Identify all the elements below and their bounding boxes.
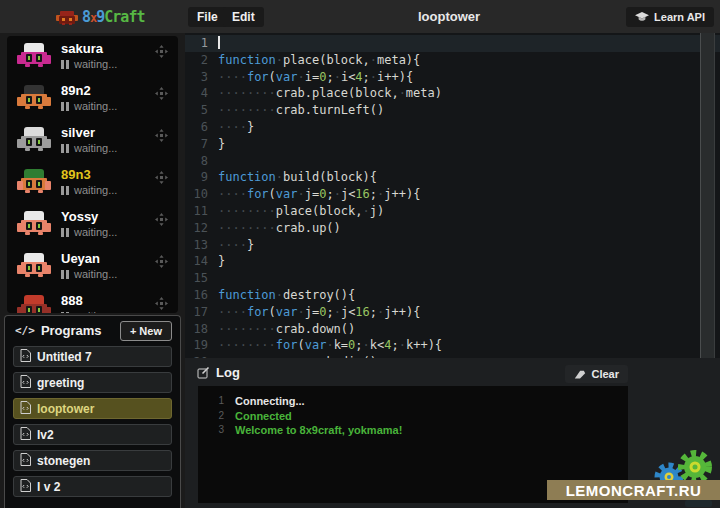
- code-line[interactable]: 13····}: [185, 237, 720, 254]
- document-icon-wrap: [20, 401, 31, 417]
- code-line[interactable]: 2function·place(block,·meta){: [185, 52, 720, 69]
- log-entry: 3Welcome to 8x9craft, yokmama!: [198, 423, 628, 438]
- code-line[interactable]: 14}: [185, 253, 720, 270]
- player-name: Yossy: [61, 209, 98, 224]
- program-label: greeting: [37, 376, 84, 390]
- player-move-handle[interactable]: [155, 296, 168, 313]
- player-move-handle[interactable]: [155, 212, 168, 230]
- code-text: ····}: [218, 238, 254, 252]
- player-name: silver: [61, 125, 95, 140]
- editor-scrollbar[interactable]: [700, 33, 715, 358]
- line-number: 13: [185, 237, 218, 254]
- code-text: function·build(block){: [218, 170, 377, 184]
- player-name: 89n3: [61, 167, 91, 182]
- top-bar: 8x9Craft File Edit looptower Learn API: [0, 0, 720, 33]
- player-row[interactable]: 89n2waiting...: [7, 78, 178, 120]
- line-number: 12: [185, 220, 218, 237]
- line-number: 6: [185, 119, 218, 136]
- file-menu-button[interactable]: File: [188, 7, 227, 27]
- log-line-number: 3: [198, 423, 224, 438]
- clear-log-button[interactable]: Clear: [565, 365, 628, 383]
- code-text: }: [218, 137, 225, 151]
- line-number: 19: [185, 337, 218, 354]
- log-line-number: 2: [198, 409, 224, 424]
- code-line[interactable]: 8: [185, 153, 720, 170]
- edit-menu-button[interactable]: Edit: [223, 7, 264, 27]
- learn-api-button[interactable]: Learn API: [626, 7, 714, 27]
- player-row[interactable]: 89n3waiting...: [7, 162, 178, 204]
- move-icon[interactable]: [155, 171, 168, 184]
- player-avatar: [17, 127, 51, 153]
- player-move-handle[interactable]: [155, 254, 168, 272]
- code-line[interactable]: 18········crab.down(): [185, 321, 720, 338]
- code-line[interactable]: 9function·build(block){: [185, 169, 720, 186]
- player-row[interactable]: 888waiting...: [7, 288, 178, 313]
- line-number: 15: [185, 270, 218, 287]
- move-icon[interactable]: [155, 297, 168, 310]
- player-row[interactable]: silverwaiting...: [7, 120, 178, 162]
- new-program-button[interactable]: + New: [120, 321, 172, 341]
- eraser-icon: [574, 370, 586, 379]
- code-editor[interactable]: 12function·place(block,·meta){3····for(v…: [185, 33, 720, 358]
- code-line[interactable]: 16function·destroy(){: [185, 287, 720, 304]
- code-text: ········for(var·k=0;·k<4;·k++){: [218, 338, 442, 352]
- move-icon[interactable]: [155, 255, 168, 268]
- program-item[interactable]: looptower: [13, 398, 172, 419]
- program-item[interactable]: stonegen: [13, 450, 172, 471]
- program-label: Untitled 7: [37, 350, 92, 364]
- code-text: ····for(var·j=0;·j<16;·j++){: [218, 187, 420, 201]
- player-status-label: waiting...: [74, 142, 117, 154]
- programs-header-label: Programs: [41, 323, 102, 338]
- code-line[interactable]: 5········crab.turnLeft(): [185, 102, 720, 119]
- move-icon[interactable]: [155, 45, 168, 58]
- code-line[interactable]: 4········crab.place(block,·meta): [185, 85, 720, 102]
- log-entry: 2Connected: [198, 409, 628, 424]
- code-line[interactable]: 7}: [185, 136, 720, 153]
- code-line[interactable]: 17····for(var·j=0;·j<16;·j++){: [185, 304, 720, 321]
- move-icon[interactable]: [155, 129, 168, 142]
- app-logo: 8x9Craft: [56, 8, 144, 26]
- player-move-handle[interactable]: [155, 128, 168, 146]
- player-status: waiting...: [61, 268, 117, 280]
- move-icon[interactable]: [155, 87, 168, 100]
- move-icon[interactable]: [155, 213, 168, 226]
- code-text: }: [218, 254, 225, 268]
- pause-icon: [61, 312, 69, 314]
- program-label: lv2: [37, 428, 54, 442]
- program-item[interactable]: Untitled 7: [13, 346, 172, 367]
- code-brackets-icon: </>: [15, 324, 35, 337]
- code-line[interactable]: 3····for(var·i=0;·i<4;·i++){: [185, 69, 720, 86]
- player-status: waiting...: [61, 142, 117, 154]
- pause-icon: [61, 186, 69, 195]
- code-line[interactable]: 19········for(var·k=0;·k<4;·k++){: [185, 337, 720, 354]
- log-text: Connected: [235, 409, 292, 424]
- player-row[interactable]: sakurawaiting...: [7, 36, 178, 78]
- code-line[interactable]: 11········place(block,·j): [185, 203, 720, 220]
- pause-icon: [61, 228, 69, 237]
- line-number: 7: [185, 136, 218, 153]
- code-line[interactable]: 6····}: [185, 119, 720, 136]
- code-text: ········crab.turnLeft(): [218, 103, 384, 117]
- player-move-handle[interactable]: [155, 170, 168, 188]
- player-name: sakura: [61, 41, 103, 56]
- player-status-label: waiting...: [74, 268, 117, 280]
- player-row[interactable]: Yossywaiting...: [7, 204, 178, 246]
- player-list: sakurawaiting...89n2waiting...silverwait…: [7, 36, 178, 313]
- code-line[interactable]: 1: [185, 35, 720, 52]
- code-line[interactable]: 15: [185, 270, 720, 287]
- program-item[interactable]: l v 2: [13, 476, 172, 497]
- code-lines: 12function·place(block,·meta){3····for(v…: [185, 33, 720, 358]
- code-line[interactable]: 12········crab.up(): [185, 220, 720, 237]
- watermark-text: LEMONCRAFT.RU: [566, 482, 702, 499]
- player-move-handle[interactable]: [155, 44, 168, 62]
- player-status: waiting...: [61, 58, 117, 70]
- player-move-handle[interactable]: [155, 86, 168, 104]
- code-line[interactable]: 10····for(var·j=0;·j<16;·j++){: [185, 186, 720, 203]
- log-line-number: 1: [198, 394, 224, 409]
- program-item[interactable]: greeting: [13, 372, 172, 393]
- program-item[interactable]: lv2: [13, 424, 172, 445]
- player-row[interactable]: Ueyanwaiting...: [7, 246, 178, 288]
- document-icon: [20, 349, 31, 362]
- player-status-label: waiting...: [74, 184, 117, 196]
- pause-icon: [61, 270, 69, 279]
